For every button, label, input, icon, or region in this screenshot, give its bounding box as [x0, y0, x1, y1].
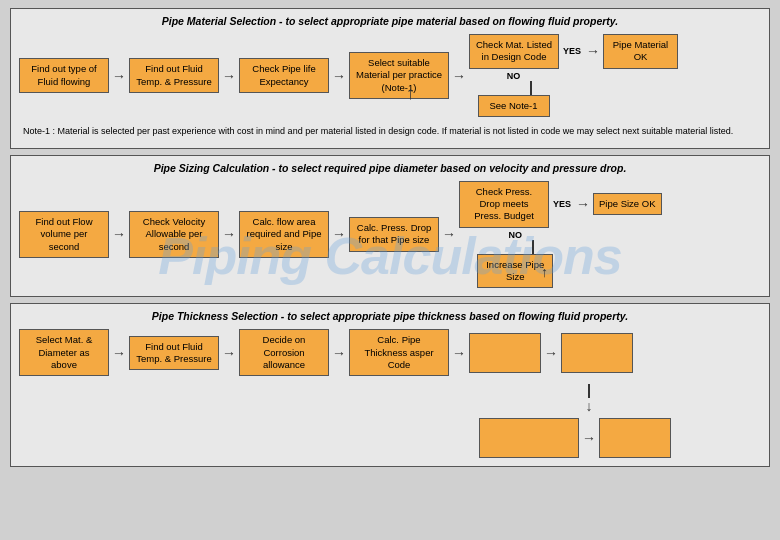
section3-top-row: Select Mat. & Diameter as above Find out…: [19, 329, 761, 376]
section3-title: Pipe Thickness Selection - to select app…: [19, 310, 761, 322]
s3-box-temp: Find out Fluid Temp. & Pressure: [129, 336, 219, 371]
s2-arrow1: [111, 226, 127, 242]
s1-box-pipe-life: Check Pipe life Expectancy: [239, 58, 329, 93]
s3-down-arrow: ↓: [586, 398, 593, 414]
s3-box-empty3: [479, 418, 579, 458]
s2-arrow4: [441, 226, 457, 242]
s3-arrow5: [543, 345, 559, 361]
s1-no-label: NO: [507, 71, 521, 81]
s2-branch-right: Check Press. Drop meets Press. Budget YE…: [459, 181, 662, 228]
s1-box-pipe-ok: Pipe Material OK: [603, 34, 678, 69]
s1-box-design-code: Check Mat. Listed in Design Code: [469, 34, 559, 69]
section2-title: Pipe Sizing Calculation - to select requ…: [19, 162, 761, 174]
s3-arrow1: [111, 345, 127, 361]
arrow3: [331, 68, 347, 84]
s1-box-fluid: Find out type of Fluid flowing: [19, 58, 109, 93]
s3-arrow3: [331, 345, 347, 361]
s1-note-text: Note-1 : Material is selected per past e…: [19, 123, 761, 140]
s2-box-flow: Find out Flow volume per second: [19, 211, 109, 258]
section-material-selection: Pipe Material Selection - to select appr…: [10, 8, 770, 149]
s3-box-corrosion: Decide on Corrosion allowance: [239, 329, 329, 376]
s1-box-material: Select suitable Material per practice (N…: [349, 52, 449, 99]
arrow1: [111, 68, 127, 84]
section-thickness-selection: Pipe Thickness Selection - to select app…: [10, 303, 770, 467]
s1-yes-label: YES: [561, 46, 583, 56]
s3-box-matdiam: Select Mat. & Diameter as above: [19, 329, 109, 376]
arrow2: [221, 68, 237, 84]
section1-flow-row: Find out type of Fluid flowing Find out …: [19, 34, 761, 117]
arrow4: [451, 68, 467, 84]
s2-box-velocity: Check Velocity Allowable per second: [129, 211, 219, 258]
s2-arrow2: [221, 226, 237, 242]
s3-arrow2: [221, 345, 237, 361]
section3-content: Select Mat. & Diameter as above Find out…: [19, 329, 761, 458]
s2-no-label: NO: [509, 230, 523, 240]
section1-title: Pipe Material Selection - to select appr…: [19, 15, 761, 27]
s2-arrow3: [331, 226, 347, 242]
section2-flow-row: Find out Flow volume per second Check Ve…: [19, 181, 761, 289]
section-sizing-calculation: Pipe Sizing Calculation - to select requ…: [10, 155, 770, 298]
s1-box-see-note: See Note-1: [478, 95, 550, 117]
s2-yes-label: YES: [551, 199, 573, 209]
s3-arrow6: [581, 430, 597, 446]
s3-arrow4: [451, 345, 467, 361]
s2-box-flowarea: Calc. flow area required and Pipe size: [239, 211, 329, 258]
s3-box-empty4: [599, 418, 671, 458]
section3-bottom-row: [479, 418, 761, 458]
s3-box-empty2: [561, 333, 633, 373]
s1-branch-container: Check Mat. Listed in Design Code YES Pip…: [469, 34, 678, 117]
arrow5: [585, 43, 601, 59]
s3-box-thickness: Calc. Pipe Thickness asper Code: [349, 329, 449, 376]
s2-up-arrow: ↑: [541, 264, 548, 280]
s1-branch-right: Check Mat. Listed in Design Code YES Pip…: [469, 34, 678, 69]
s3-down-section: ↓: [549, 384, 629, 414]
s2-arrow5: [575, 196, 591, 212]
up-arrow-s1: ↑: [406, 83, 415, 104]
s2-branch-container: Check Press. Drop meets Press. Budget YE…: [459, 181, 662, 289]
s2-box-pressbudget: Check Press. Drop meets Press. Budget: [459, 181, 549, 228]
s2-box-pressdrop: Calc. Press. Drop for that Pipe size: [349, 217, 439, 252]
s3-box-empty1: [469, 333, 541, 373]
s2-box-pipe-ok: Pipe Size OK: [593, 193, 662, 215]
s1-box-temp: Find out Fluid Temp. & Pressure: [129, 58, 219, 93]
